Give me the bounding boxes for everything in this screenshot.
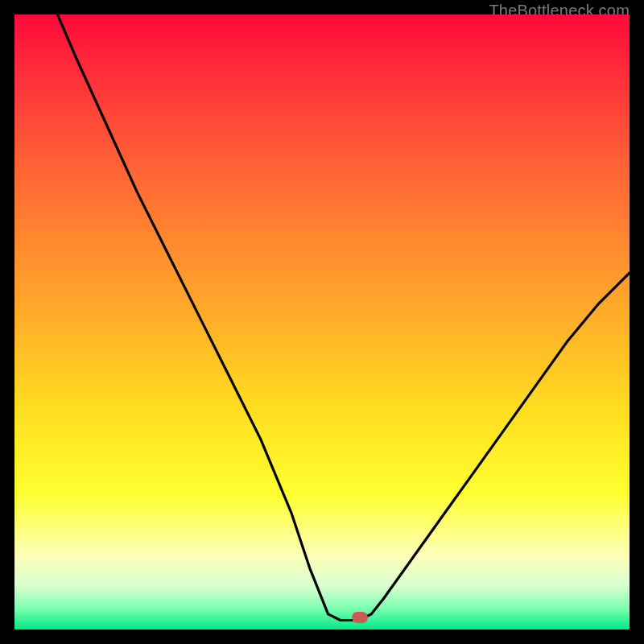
chart-frame: TheBottleneck.com — [0, 0, 644, 644]
curve-path — [58, 14, 630, 621]
optimal-point-marker — [352, 612, 368, 623]
bottleneck-curve — [14, 14, 630, 630]
plot-area — [14, 14, 630, 630]
